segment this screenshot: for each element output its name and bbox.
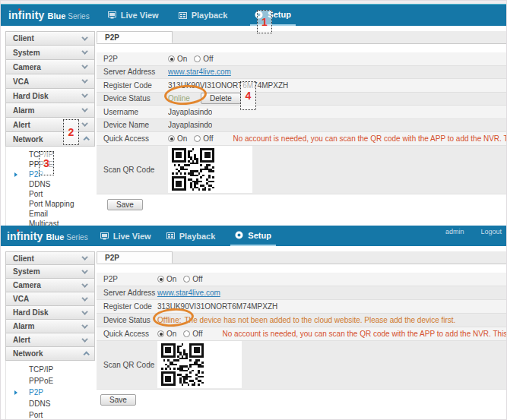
form-row-device-status: Device Status Online Delete xyxy=(97,93,507,106)
annotation-3: 3 xyxy=(39,151,54,175)
sidebar-item-port[interactable]: Port xyxy=(6,409,95,420)
quick-access-note: No account is needed, you can scan the Q… xyxy=(233,134,507,143)
sidebar-item-client[interactable]: Client xyxy=(5,251,95,265)
p2p-panel: P2P P2P On Off Server Address www.star4l… xyxy=(97,26,507,226)
sidebar-item-camera[interactable]: Camera xyxy=(5,60,95,74)
network-submenu: TCP/IP PPPoE P2P DDNS Port Port Mapping … xyxy=(5,361,95,420)
sidebar-item-email[interactable]: Email xyxy=(6,209,95,219)
form-row-register-code: Register Code 313UK90VI31ONORT6M74MPXZH xyxy=(97,79,507,93)
sidebar-item-pppoe[interactable]: PPPoE xyxy=(6,375,95,387)
p2p-off-radio[interactable] xyxy=(183,276,190,283)
sidebar-item-alert[interactable]: Alert xyxy=(5,333,95,347)
sidebar-item-hard-disk[interactable]: Hard Disk xyxy=(5,89,95,103)
active-arrow-icon xyxy=(14,172,17,177)
nav-playback-label: Playback xyxy=(192,11,228,20)
quick-access-note: No account is needed, you can scan the Q… xyxy=(223,330,507,338)
nav-setup[interactable]: Setup xyxy=(230,226,276,246)
sidebar-item-vca[interactable]: VCA xyxy=(5,74,95,89)
chevron-down-icon xyxy=(81,62,87,68)
form-row-p2p: P2P On Off xyxy=(97,52,507,66)
username-value: Jayaplasindo xyxy=(168,108,212,116)
sidebar-item-alarm[interactable]: Alarm xyxy=(5,320,95,333)
chevron-down-icon xyxy=(81,34,87,40)
qr-code xyxy=(172,148,214,191)
logout-link[interactable]: Logout xyxy=(480,228,502,235)
chevron-down-icon xyxy=(81,281,87,287)
monitor-icon xyxy=(108,11,116,19)
sidebar-item-camera[interactable]: Camera xyxy=(5,279,95,292)
sidebar-item-p2p[interactable]: P2P xyxy=(6,387,95,398)
chevron-down-icon xyxy=(81,48,87,54)
nav-playback-label: Playback xyxy=(179,232,216,241)
screenshot-canvas: infinity Blue Series Live View Playback … xyxy=(0,0,507,420)
active-arrow-icon xyxy=(14,390,17,395)
form-row-device-name: Device Name Jayaplasindo xyxy=(97,119,507,133)
qr-container xyxy=(168,146,252,193)
sidebar-item-multicast[interactable]: Multicast xyxy=(6,219,95,226)
sidebar-item-alert[interactable]: Alert xyxy=(5,118,95,132)
brand-dot-icon xyxy=(18,8,21,11)
p2p-on-radio[interactable] xyxy=(168,55,175,62)
quick-access-on-radio[interactable] xyxy=(157,330,164,337)
brand-series-bold: Blue xyxy=(47,11,65,21)
nav-playback[interactable]: Playback xyxy=(162,226,220,246)
brand-series-light: Series xyxy=(68,12,89,21)
form-row-p2p: P2P On Off xyxy=(97,273,507,286)
form-row-quick-access: Quick Access On Off No account is needed… xyxy=(97,327,507,341)
nav-live-view[interactable]: Live View xyxy=(103,5,163,26)
brand-name: infinity xyxy=(7,230,43,242)
tab-p2p[interactable]: P2P xyxy=(97,251,173,264)
nav-live-view[interactable]: Live View xyxy=(96,226,156,246)
server-address-link[interactable]: www.star4live.com xyxy=(168,68,231,76)
chevron-down-icon xyxy=(81,77,87,83)
screenshot-offline: infinity Blue Series Live View Playback … xyxy=(1,226,507,420)
sidebar-item-alarm[interactable]: Alarm xyxy=(5,103,95,118)
nav-live-view-label: Live View xyxy=(113,232,151,241)
page-body: Client System Camera VCA Hard Disk Alarm… xyxy=(1,246,507,420)
form-row-quick-access: Quick Access On Off No account is needed… xyxy=(97,132,507,146)
sidebar-item-hard-disk[interactable]: Hard Disk xyxy=(5,306,95,320)
server-address-link[interactable]: www.star4live.com xyxy=(157,289,220,297)
chevron-down-icon xyxy=(81,254,87,260)
chevron-up-icon xyxy=(83,351,89,357)
form-row-server-address: Server Address www.star4live.com xyxy=(97,286,507,300)
form-row-scan-qr: Scan QR Code xyxy=(97,146,507,194)
quick-access-off-radio[interactable] xyxy=(183,330,190,337)
brand-dot-icon xyxy=(17,229,19,232)
setup-sidebar: Client System Camera VCA Hard Disk Alarm… xyxy=(1,246,97,420)
setup-sidebar: Client System Camera VCA Hard Disk Alarm… xyxy=(1,26,97,226)
sidebar-item-ddns[interactable]: DDNS xyxy=(6,179,95,189)
gear-icon xyxy=(235,231,243,239)
annotation-2: 2 xyxy=(63,119,79,145)
quick-access-off-radio[interactable] xyxy=(194,135,201,142)
sidebar-item-port[interactable]: Port xyxy=(6,189,95,199)
form-row-server-address: Server Address www.star4live.com xyxy=(97,66,507,80)
sidebar-item-tcpip[interactable]: TCP/IP xyxy=(6,364,95,375)
p2p-panel: P2P P2P On Off Server Address www.star4l… xyxy=(97,246,507,420)
quick-access-on-radio[interactable] xyxy=(168,135,175,142)
save-button[interactable]: Save xyxy=(100,394,136,406)
brand-name: infinity xyxy=(8,9,44,21)
brand-series-light: Series xyxy=(66,233,87,242)
sidebar-item-vca[interactable]: VCA xyxy=(5,292,95,306)
p2p-on-radio[interactable] xyxy=(157,276,164,283)
p2p-off-radio[interactable] xyxy=(194,55,201,62)
app-header: infinity Blue Series Live View Playback … xyxy=(1,5,507,26)
sidebar-item-network[interactable]: Network xyxy=(5,347,95,361)
sidebar-item-ddns[interactable]: DDNS xyxy=(6,398,95,409)
save-button[interactable]: Save xyxy=(107,199,143,210)
chevron-down-icon xyxy=(81,295,87,301)
chevron-down-icon xyxy=(81,120,87,126)
chevron-down-icon xyxy=(81,91,87,97)
p2p-form: P2P On Off Server Address www.star4live.… xyxy=(97,52,507,194)
sidebar-item-system[interactable]: System xyxy=(5,265,95,279)
sidebar-item-port-mapping[interactable]: Port Mapping xyxy=(6,199,95,209)
form-row-scan-qr: Scan QR Code xyxy=(97,341,507,390)
tab-p2p[interactable]: P2P xyxy=(97,31,173,43)
tab-strip: P2P xyxy=(97,251,507,264)
qr-container xyxy=(157,341,242,388)
sidebar-item-system[interactable]: System xyxy=(5,46,95,60)
sidebar-item-client[interactable]: Client xyxy=(5,31,95,46)
nav-playback[interactable]: Playback xyxy=(174,5,233,26)
sidebar-item-network[interactable]: Network xyxy=(5,132,95,147)
